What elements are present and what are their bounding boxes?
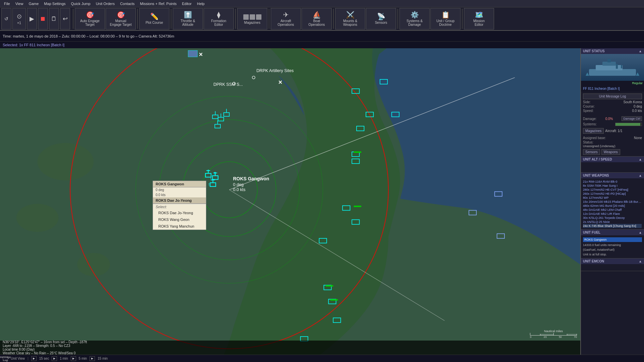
aircraft-ops-label: AircraftOperations (278, 19, 294, 26)
throttle-button[interactable]: ⬆️ Throttle &Altitude (173, 8, 203, 29)
unit-doctrine-button[interactable]: 📋 Unit / GroupDoctrine (430, 8, 461, 29)
svg-point-2 (38, 143, 94, 181)
speed-15m-label: 15 min (98, 357, 108, 360)
formation-button[interactable]: ⧫ FormationEditor (204, 8, 234, 29)
weapons-panel-button[interactable]: Weapons (601, 149, 620, 155)
weapons-list-content: 21x RIM-116A RAM Blk-0 8x SSM-700K Hae S… (581, 178, 644, 229)
rewind-button[interactable]: ↺ (1, 8, 11, 29)
mission-editor-button[interactable]: 🗺️ MissionEditor (464, 8, 494, 29)
weapon-4[interactable]: 80x 127mm/62 WP (583, 196, 642, 200)
svg-rect-53 (354, 152, 361, 153)
speed-5m-label: 5 min (79, 357, 87, 360)
aircraft-ops-button[interactable]: ✈ AircraftOperations (271, 8, 301, 29)
unit-weapons-section: UNIT WEAPONS ▲ 21x RIM-116A RAM Blk-0 8x… (581, 173, 644, 230)
weapon-5[interactable]: 15x 20mm/100 Mk15 Phalanx Blk-1B Burst J (583, 200, 642, 204)
menu-contacts[interactable]: Contacts (117, 1, 137, 6)
weapon-7[interactable]: 48x DAGAIE Mk2 LEM Chaff (583, 208, 642, 212)
toolbar: ↺ ⊙ ×1 ▶ ⏹ 🗒 ↩ 🎯 Auto EngageTarget 🎯 Man… (0, 7, 644, 31)
toolbar-sep-8 (462, 9, 463, 29)
speed-1m-label: 1 min (60, 357, 68, 360)
magazines-button[interactable]: ▦▦▦ Magazines (237, 8, 267, 29)
undo-button[interactable]: ↩ (60, 8, 70, 29)
ship-silhouette-svg (582, 56, 643, 79)
scenario-button[interactable]: 🗒 (49, 8, 59, 29)
play-15m-button[interactable]: ▶ (90, 356, 95, 361)
unit-link[interactable]: FF 811 Incheon [Batch I] (583, 87, 620, 90)
map-area[interactable]: × × ROKS Gangwon 0 deg 0.0 kts ↑ ↑ ↑ DRP… (0, 48, 580, 355)
unit-image (581, 54, 644, 81)
weapon-10[interactable]: 2x AN/SLQ-25 Nixie (583, 220, 642, 224)
coord-bar: N36°29'33", E125°02'47" – 16nm from sel … (0, 341, 580, 355)
mounts-weapons-button[interactable]: ⚔️ Mounts &Weapons (335, 8, 365, 29)
menu-missions[interactable]: Missions + Ref. Points (137, 1, 179, 6)
weapon-11[interactable]: 24x K-745 Blue Shark [Chung Sang Eo] (583, 224, 642, 228)
play-1m-button[interactable]: ▶ (52, 356, 57, 361)
msg-log-button[interactable]: Unit Message Log (583, 94, 642, 99)
manual-engage-button[interactable]: 🎯 ManualEngage Target (106, 8, 136, 29)
weapon-8[interactable]: 12x DAGAIE Mk2 LIR Flare (583, 212, 642, 216)
menu-map-settings[interactable]: Map Settings (41, 1, 68, 6)
context-menu: ROKS Gangwon 0 deg 0.0 kts ROKS Dae Jo-Y… (153, 181, 206, 230)
plot-course-button[interactable]: ✏️ Plot Course (139, 8, 169, 29)
collapse-icon[interactable]: ▲ (639, 49, 642, 53)
damage-ctrl-button[interactable]: Damage Ctrl (622, 116, 642, 121)
aircraft-display: Aircraft: 1/1 (605, 128, 622, 134)
weapon-1[interactable]: 8x SSM-700K Hae Sung I (583, 184, 642, 188)
menu-editor[interactable]: Editor (179, 1, 194, 6)
menu-quick-jump[interactable]: Quick Jump (68, 1, 93, 6)
manual-engage-icon: 🎯 (117, 11, 125, 18)
systems-damage-button[interactable]: ⚙️ Systems &Damage (399, 8, 430, 29)
menu-help[interactable]: Help (194, 1, 207, 6)
assigned-base-row: Assigned base: None (583, 136, 642, 140)
context-menu-speed: 0.0 kts (153, 192, 206, 197)
menu-game[interactable]: Game (26, 1, 41, 6)
unit-fuel-section: UNIT FUEL ▲ ROKS Gangwon 14333.0 fuel un… (581, 230, 644, 258)
menu-view[interactable]: View (13, 1, 26, 6)
doctrine-label: Unit / GroupDoctrine (436, 19, 454, 26)
svg-rect-76 (616, 64, 618, 69)
speed-row: Speed: 0.0 kts (583, 109, 642, 113)
weapon-2[interactable]: 280x 127mm/62 HE-CVT [HiFreq] (583, 188, 642, 192)
play-5m-button[interactable]: ▶ (71, 356, 76, 361)
weapon-3[interactable]: 260x 127mm/62 HE-PD [HiCap] (583, 192, 642, 196)
context-menu-item-2[interactable]: ROKS Yang Manchun (153, 223, 206, 230)
play-speed-button[interactable]: ⊙ ×1 (12, 8, 26, 29)
auto-engage-button[interactable]: 🎯 Auto EngageTarget (75, 8, 105, 29)
toolbar-sep-7 (397, 9, 398, 29)
collapse-fuel-icon[interactable]: ▲ (639, 231, 642, 234)
msg-log-bottom-button[interactable]: Message Log (3, 356, 8, 361)
context-menu-item-1[interactable]: ROKS Wang Geon (153, 216, 206, 223)
collapse-weapons-icon[interactable]: ▲ (639, 174, 642, 177)
weapon-6[interactable]: 480x 62mm MG Burst [20 rnds] (583, 204, 642, 208)
collapse-emcon-icon[interactable]: ▲ (639, 259, 642, 263)
menu-unit-orders[interactable]: Unit Orders (93, 1, 117, 6)
doctrine-icon: 📋 (441, 11, 450, 18)
bottom-bar: Message Log Unit View | ▶ 15 sec ▶ 1 min… (0, 355, 644, 362)
play-button[interactable]: ▶ (27, 8, 37, 29)
svg-rect-77 (621, 65, 622, 68)
svg-text:0.0 kts: 0.0 kts (233, 187, 246, 192)
unit-info-content: Unit Message Log Side: South Korea Cours… (581, 92, 644, 156)
boat-ops-button[interactable]: ⛵ BoatOperations (302, 8, 332, 29)
menu-file[interactable]: File (1, 1, 13, 6)
stop-button[interactable]: ⏹ (38, 8, 48, 29)
svg-rect-55 (326, 285, 333, 287)
context-menu-item-0[interactable]: ROKS Dae Jo-Yeong (153, 209, 206, 216)
fuel-remaining: 14333.0 fuel units remaining (583, 243, 642, 247)
selected-label: Selected: (3, 43, 18, 47)
formation-icon: ⧫ (217, 11, 220, 18)
toolbar-sep-3 (171, 9, 171, 29)
sensors-button[interactable]: 📡 Sensors (366, 8, 396, 29)
status-row: Status: (583, 140, 642, 144)
plot-course-label: Plot Course (146, 21, 163, 24)
status-bar: Time: martes, 1 de mayo de 2018 – Zulu: … (0, 31, 644, 42)
play-15s-button[interactable]: ▶ (31, 356, 37, 361)
weapon-9[interactable]: 30x K/SLQ-261 Torpedo Decoy (583, 216, 642, 220)
emcon-content (581, 264, 644, 271)
map-svg: × × ROKS Gangwon 0 deg 0.0 kts ↑ ↑ ↑ DRP… (0, 48, 580, 355)
svg-text:×: × (278, 78, 282, 86)
weapon-0[interactable]: 21x RIM-116A RAM Blk-0 (583, 180, 642, 184)
sensors-panel-button[interactable]: Sensors (583, 149, 600, 155)
collapse-alt-icon[interactable]: ▲ (639, 158, 642, 161)
magazines-panel-button[interactable]: Magazines (583, 128, 604, 134)
